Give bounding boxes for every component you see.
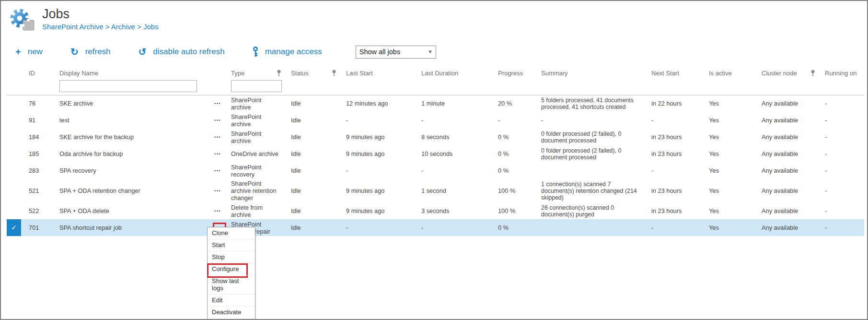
- row-select-cell[interactable]: [7, 179, 21, 202]
- display-name-filter-input[interactable]: [59, 80, 197, 92]
- cell-progress: -: [492, 112, 535, 129]
- filter-pin-icon[interactable]: [277, 70, 281, 77]
- filter-pin-icon[interactable]: [810, 70, 815, 77]
- context-menu-item-deactivate[interactable]: Deactivate: [208, 306, 255, 318]
- cell-running-on: -: [819, 179, 864, 202]
- row-select-cell[interactable]: ✓: [7, 219, 21, 236]
- context-menu-item-edit[interactable]: Edit: [208, 294, 255, 306]
- row-select-cell[interactable]: [7, 129, 21, 145]
- cell-is-active: Yes: [703, 129, 756, 145]
- cell-name: SPA + ODA delete: [54, 202, 207, 219]
- table-row[interactable]: 91test•••SharePoint archiveIdle-----YesA…: [7, 112, 864, 129]
- context-menu-item-start[interactable]: Start: [208, 239, 255, 251]
- table-row[interactable]: ✓701SPA shortcut repair job•••SharePoint…: [7, 219, 864, 236]
- row-actions-cell: •••: [207, 145, 225, 162]
- table-row[interactable]: 521SPA + ODA retention changer•••SharePo…: [7, 179, 864, 202]
- table-row[interactable]: 184SKE archive for the backup•••SharePoi…: [7, 129, 864, 145]
- disable-auto-refresh-label: disable auto refresh: [153, 47, 224, 57]
- jobs-filter-dropdown[interactable]: Show all jobs ▾: [356, 46, 436, 59]
- row-actions-button[interactable]: •••: [213, 187, 222, 195]
- manage-access-button[interactable]: manage access: [253, 47, 322, 58]
- cell-summary: -: [535, 112, 646, 129]
- cell-last-start: 9 minutes ago: [340, 145, 416, 162]
- table-row[interactable]: 522SPA + ODA delete•••Delete from archiv…: [7, 202, 864, 219]
- header-status[interactable]: Status: [285, 67, 340, 79]
- cell-cluster-node: Any available: [756, 95, 819, 112]
- row-actions-button[interactable]: •••: [213, 117, 222, 124]
- header-type[interactable]: Type: [225, 67, 285, 79]
- cell-progress: 20 %: [492, 95, 535, 112]
- cell-last-duration: -: [416, 112, 492, 129]
- header-check: [7, 67, 21, 79]
- page-title: Jobs: [42, 7, 159, 21]
- chevron-down-icon: ▾: [428, 48, 432, 55]
- cell-last-duration: 3 seconds: [416, 202, 492, 219]
- cell-name: SPA shortcut repair job: [54, 219, 207, 236]
- context-menu-item-delete[interactable]: Delete: [208, 318, 255, 320]
- cell-is-active: Yes: [703, 112, 756, 129]
- row-actions-button[interactable]: •••: [213, 133, 222, 141]
- row-actions-button[interactable]: •••: [213, 167, 222, 175]
- filter-pin-icon[interactable]: [332, 70, 336, 77]
- new-button[interactable]: + new: [15, 47, 43, 57]
- table-header-row: ID Display Name Type Status Last Start: [7, 67, 864, 79]
- jobs-table-body: 76SKE archive•••SharePoint archiveIdle12…: [7, 95, 864, 236]
- header-last-start[interactable]: Last Start: [340, 67, 416, 79]
- cell-summary: 1 connection(s) scanned 7 document(s) re…: [535, 179, 646, 202]
- type-filter-input[interactable]: [231, 80, 282, 92]
- header-progress[interactable]: Progress: [492, 67, 535, 79]
- refresh-button[interactable]: ↻ refresh: [70, 47, 111, 57]
- header-display-name[interactable]: Display Name: [54, 67, 207, 79]
- cell-last-start: 9 minutes ago: [340, 179, 416, 202]
- table-row[interactable]: 76SKE archive•••SharePoint archiveIdle12…: [7, 95, 864, 112]
- cell-running-on: -: [819, 129, 864, 145]
- cell-cluster-node: Any available: [756, 219, 819, 236]
- table-row[interactable]: 185Oda archive for backup•••OneDrive arc…: [7, 145, 864, 162]
- cell-next-start: in 23 hours: [646, 145, 703, 162]
- cell-name: Oda archive for backup: [54, 145, 207, 162]
- context-menu-item-show-last-logs[interactable]: Show last logs: [208, 275, 255, 294]
- row-select-cell[interactable]: [7, 145, 21, 162]
- row-actions-button[interactable]: •••: [213, 150, 222, 158]
- context-menu-item-stop[interactable]: Stop: [208, 251, 255, 263]
- refresh-icon: ↻: [70, 47, 79, 57]
- header-summary[interactable]: Summary: [535, 67, 646, 79]
- cell-name: SPA + ODA retention changer: [54, 179, 207, 202]
- row-select-cell[interactable]: [7, 202, 21, 219]
- cell-last-duration: 10 seconds: [416, 145, 492, 162]
- disable-auto-refresh-button[interactable]: ↺ disable auto refresh: [139, 47, 225, 57]
- app-window: Jobs SharePoint Archive > Archive > Jobs…: [0, 0, 868, 320]
- row-select-cell[interactable]: [7, 95, 21, 112]
- context-menu: CloneStartStopConfigureShow last logsEdi…: [207, 227, 255, 320]
- cell-status: Idle: [285, 129, 340, 145]
- cell-id: 522: [21, 202, 54, 219]
- auto-refresh-icon: ↺: [139, 47, 147, 57]
- breadcrumb[interactable]: SharePoint Archive > Archive > Jobs: [42, 23, 159, 31]
- header-last-duration[interactable]: Last Duration: [416, 67, 492, 79]
- cell-next-start: -: [646, 162, 703, 179]
- context-menu-item-clone[interactable]: Clone: [208, 227, 255, 239]
- cell-type: Delete from archive: [225, 202, 285, 219]
- header-actions: [207, 67, 225, 79]
- row-select-cell[interactable]: [7, 162, 21, 179]
- cell-progress: 0 %: [492, 145, 535, 162]
- cell-is-active: Yes: [703, 145, 756, 162]
- row-actions-button[interactable]: •••: [213, 100, 222, 107]
- context-menu-item-configure[interactable]: Configure: [208, 263, 255, 275]
- row-select-cell[interactable]: [7, 112, 21, 129]
- header-next-start[interactable]: Next Start: [646, 67, 703, 79]
- table-filter-row: [7, 79, 864, 95]
- cell-status: Idle: [285, 162, 340, 179]
- header-cluster-node[interactable]: Cluster node: [756, 67, 819, 79]
- cell-is-active: Yes: [703, 202, 756, 219]
- cell-status: Idle: [285, 95, 340, 112]
- header-id[interactable]: ID: [21, 67, 54, 79]
- jobs-filter-value: Show all jobs: [359, 48, 400, 56]
- table-row[interactable]: 283SPA recovery•••SharePoint recoveryIdl…: [7, 162, 864, 179]
- cell-running-on: -: [819, 112, 864, 129]
- header-is-active[interactable]: Is active: [703, 67, 756, 79]
- cell-type: SharePoint archive: [225, 95, 285, 112]
- header-running-on[interactable]: Running on: [819, 67, 864, 79]
- header-type-label: Type: [231, 70, 244, 77]
- row-actions-button[interactable]: •••: [213, 207, 222, 215]
